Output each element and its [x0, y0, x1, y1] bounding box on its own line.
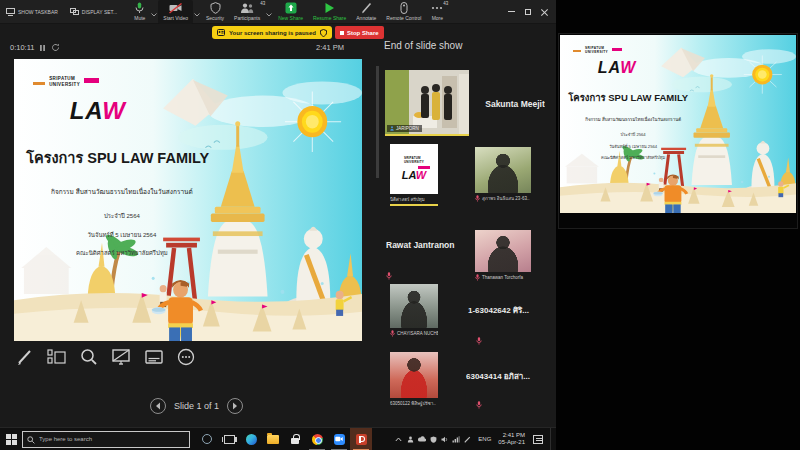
secondary-monitor: SRIPATUM UNIVERSITY LAW โครงการ SPU LAW … — [556, 0, 800, 450]
taskbar-search — [22, 431, 190, 448]
pen-tool-icon[interactable] — [16, 348, 34, 366]
shield-icon — [210, 2, 221, 14]
presenter-tools — [16, 348, 195, 366]
display-icon — [70, 8, 79, 16]
participant-photo-tile[interactable]: Thanawan Torchorfa — [475, 230, 531, 281]
remote-control-label: Remote Control — [386, 15, 421, 21]
mute-options-chevron[interactable] — [150, 3, 158, 21]
file-explorer-button[interactable] — [262, 428, 284, 450]
display-settings-button[interactable]: DISPLAY SET... — [70, 8, 117, 16]
captions-icon[interactable] — [144, 348, 164, 366]
participant-photo — [475, 147, 531, 193]
taskbar-search-input[interactable] — [22, 431, 190, 448]
shield-small-icon — [320, 29, 327, 37]
participant-name: Thanawan Torchorfa — [482, 275, 523, 280]
participant-name-tile[interactable]: Rawat Jantranon — [386, 240, 472, 284]
slide-sorter-icon[interactable] — [47, 348, 67, 366]
clock-date[interactable]: 2:41 PM 05-Apr-21 — [498, 432, 527, 447]
cortana-icon — [202, 434, 212, 444]
more-button[interactable]: 43 More — [426, 0, 448, 24]
more-label: More — [432, 15, 443, 21]
participant-name-tile[interactable]: 1-63042642 ศิริ... — [468, 304, 554, 349]
participant-logo-tile[interactable]: SRIPATUM UNIVERSITY LAW นิติศาสตร์ ศรีปท… — [390, 144, 438, 206]
tray-cloud-icon[interactable] — [418, 436, 426, 442]
task-view-button[interactable] — [218, 428, 240, 450]
more-tools-icon[interactable] — [177, 348, 195, 366]
tray-time: 2:41 PM — [503, 432, 525, 440]
start-video-label: Start Video — [163, 15, 188, 21]
participant-name-tile[interactable]: 63043414 อภิสา... — [466, 370, 554, 413]
show-desktop-button[interactable] — [550, 428, 552, 450]
slide-illustration — [14, 59, 362, 341]
participant-name: 1-63042642 ศิริ... — [468, 304, 554, 317]
new-share-button[interactable]: New Share — [273, 0, 308, 24]
zoom-meeting-toolbar: SHOW TASKBAR DISPLAY SET... Mute Start V… — [0, 0, 556, 24]
video-camera-off-icon — [169, 3, 182, 14]
participants-icon — [240, 3, 254, 14]
participant-photo-tile[interactable]: สุภาพร อินธิแสน 23-63.. — [475, 147, 531, 202]
restart-timer-icon[interactable] — [51, 43, 60, 52]
previous-slide-button[interactable] — [150, 398, 166, 414]
next-slide-button[interactable] — [227, 398, 243, 414]
windows-taskbar: ENG 2:41 PM 05-Apr-21 — [0, 427, 556, 450]
show-taskbar-button[interactable]: SHOW TASKBAR — [6, 8, 58, 16]
spu-law-logo: SRIPATUM UNIVERSITY — [573, 46, 622, 54]
start-video-button[interactable]: Start Video — [158, 0, 193, 24]
tray-shield-icon[interactable] — [430, 436, 437, 443]
tray-speaker-icon[interactable] — [441, 436, 448, 443]
tray-expand-chevron[interactable] — [395, 437, 402, 442]
annotate-button[interactable]: Annotate — [351, 0, 381, 24]
panel-scrollbar[interactable] — [376, 66, 379, 178]
show-taskbar-label: SHOW TASKBAR — [18, 9, 58, 15]
maximize-button[interactable] — [525, 9, 531, 15]
zoom-app-button[interactable] — [328, 428, 350, 450]
participant-name: CHAYISARA NUCHBO.. — [397, 331, 438, 336]
tray-network-icon[interactable] — [452, 436, 460, 443]
security-label: Security — [206, 15, 224, 21]
remote-control-button[interactable]: Remote Control — [381, 0, 426, 24]
stop-share-button[interactable]: Stop Share — [335, 26, 384, 39]
primary-monitor: SHOW TASKBAR DISPLAY SET... Mute Start V… — [0, 0, 556, 450]
zoom-magnifier-icon[interactable] — [80, 348, 98, 366]
participant-video-tile[interactable]: JARIPORN — [385, 70, 469, 136]
participants-button[interactable]: 43 Participants — [229, 0, 265, 24]
cortana-button[interactable] — [196, 428, 218, 450]
system-tray: ENG 2:41 PM 05-Apr-21 — [395, 428, 556, 450]
mute-button[interactable]: Mute — [129, 0, 150, 24]
new-share-icon — [285, 2, 297, 14]
pencil-icon — [361, 2, 372, 14]
slideshow-window[interactable]: SRIPATUM UNIVERSITY LAW โครงการ SPU LAW … — [558, 33, 798, 229]
powerpoint-icon — [356, 434, 367, 445]
participant-photo-tile[interactable]: CHAYISARA NUCHBO.. — [390, 284, 438, 337]
spu-law-logo-thumbnail: SRIPATUM UNIVERSITY LAW — [390, 144, 438, 194]
pause-timer-icon[interactable] — [39, 44, 46, 52]
video-options-chevron[interactable] — [193, 3, 201, 21]
window-controls — [508, 8, 556, 15]
slide-counter: Slide 1 of 1 — [174, 401, 219, 411]
language-indicator[interactable]: ENG — [475, 436, 494, 442]
powerpoint-button[interactable] — [350, 428, 372, 450]
logo-law-pink: W — [416, 169, 426, 181]
participants-options-chevron[interactable] — [265, 3, 273, 21]
slide-illustration — [560, 35, 796, 213]
black-screen-icon[interactable] — [111, 348, 131, 366]
slide-subtitle: กิจกรรม สืบสานวัฒนธรรมไทยเนื่องในวันสงกร… — [21, 187, 223, 197]
more-dots-icon — [431, 2, 443, 14]
start-button[interactable] — [0, 428, 22, 450]
lock-app-button[interactable] — [284, 428, 306, 450]
taskbar-app-icons — [196, 428, 372, 450]
minimize-button[interactable] — [508, 11, 515, 12]
slide-title: โครงการ SPU LAW FAMILY — [568, 90, 688, 105]
tray-pen-icon[interactable] — [464, 436, 471, 443]
close-button[interactable] — [541, 8, 548, 15]
action-center-icon[interactable] — [533, 435, 543, 444]
chrome-button[interactable] — [306, 428, 328, 450]
security-button[interactable]: Security — [201, 0, 229, 24]
tray-person-icon[interactable] — [407, 436, 414, 443]
stop-square-icon — [340, 31, 344, 35]
participant-name-tile[interactable]: Sakunta Meejit — [476, 70, 554, 138]
windows-logo-icon — [6, 434, 17, 445]
resume-share-button[interactable]: Resume Share — [308, 0, 351, 24]
participant-photo-tile[interactable]: 63050122 พิสิษฐ์ปรีชา.. — [390, 352, 438, 407]
edge-button[interactable] — [240, 428, 262, 450]
